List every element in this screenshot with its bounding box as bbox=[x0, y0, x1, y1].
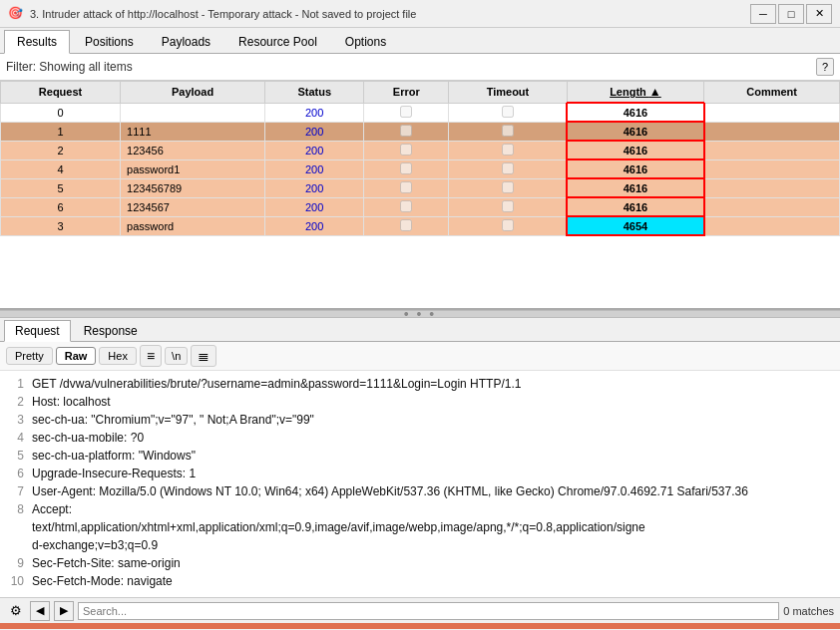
wrap-icon-button[interactable]: ≣ bbox=[191, 345, 216, 367]
line-text: sec-ch-ua-platform: "Windows" bbox=[32, 447, 196, 465]
cell-request: 5 bbox=[1, 178, 121, 197]
request-line: text/html,application/xhtml+xml,applicat… bbox=[8, 518, 832, 536]
table-row[interactable]: 111112004616 bbox=[1, 122, 840, 141]
results-table: Request Payload Status Error Timeout Len… bbox=[0, 81, 840, 236]
request-line: 7User-Agent: Mozilla/5.0 (Windows NT 10.… bbox=[8, 482, 832, 500]
tab-resource-pool[interactable]: Resource Pool bbox=[225, 30, 330, 53]
cell-status: 200 bbox=[265, 103, 364, 122]
col-comment[interactable]: Comment bbox=[704, 82, 840, 104]
back-button[interactable]: ◀ bbox=[30, 601, 50, 621]
request-line: 6Upgrade-Insecure-Requests: 1 bbox=[8, 465, 832, 482]
line-number bbox=[8, 518, 24, 536]
table-row[interactable]: 3password2004654 bbox=[1, 216, 840, 235]
cell-error bbox=[364, 178, 449, 197]
request-line: d-exchange;v=b3;q=0.9 bbox=[8, 536, 832, 554]
cell-timeout bbox=[449, 216, 567, 235]
table-row[interactable]: 51234567892004616 bbox=[1, 178, 840, 197]
error-checkbox bbox=[400, 106, 412, 118]
col-request[interactable]: Request bbox=[1, 82, 121, 104]
cell-comment bbox=[704, 197, 840, 216]
col-payload[interactable]: Payload bbox=[121, 82, 265, 104]
error-checkbox bbox=[400, 162, 412, 174]
progress-fill bbox=[0, 623, 840, 629]
cell-comment bbox=[704, 122, 840, 141]
cell-status: 200 bbox=[265, 197, 364, 216]
cell-status: 200 bbox=[265, 159, 364, 178]
line-number: 10 bbox=[8, 572, 24, 590]
app-icon: 🎯 bbox=[8, 6, 24, 22]
line-number: 4 bbox=[8, 429, 24, 447]
tab-positions[interactable]: Positions bbox=[72, 30, 147, 53]
search-input[interactable] bbox=[78, 602, 779, 620]
filter-help-button[interactable]: ? bbox=[816, 58, 834, 76]
tab-response[interactable]: Response bbox=[73, 320, 149, 341]
timeout-checkbox bbox=[502, 200, 514, 212]
error-checkbox bbox=[400, 144, 412, 156]
table-row[interactable]: 02004616 bbox=[1, 103, 840, 122]
format-icon-button[interactable]: ≡ bbox=[140, 345, 162, 367]
table-header-row: Request Payload Status Error Timeout Len… bbox=[1, 82, 840, 104]
pretty-button[interactable]: Pretty bbox=[6, 347, 53, 365]
minimize-button[interactable]: ─ bbox=[750, 4, 776, 24]
col-status[interactable]: Status bbox=[265, 82, 364, 104]
timeout-checkbox bbox=[502, 144, 514, 156]
newline-icon-button[interactable]: \n bbox=[165, 347, 188, 365]
cell-timeout bbox=[449, 122, 567, 141]
cell-error bbox=[364, 159, 449, 178]
line-text: sec-ch-ua: "Chromium";v="97", " Not;A Br… bbox=[32, 411, 314, 429]
col-error[interactable]: Error bbox=[364, 82, 449, 104]
line-number: 6 bbox=[8, 465, 24, 482]
cell-error bbox=[364, 197, 449, 216]
request-line: 8Accept: bbox=[8, 500, 832, 518]
pane-divider[interactable]: • • • bbox=[0, 310, 840, 318]
cell-timeout bbox=[449, 141, 567, 159]
raw-button[interactable]: Raw bbox=[56, 347, 97, 365]
line-text: Upgrade-Insecure-Requests: 1 bbox=[32, 465, 196, 482]
tab-options[interactable]: Options bbox=[332, 30, 399, 53]
request-line: 4sec-ch-ua-mobile: ?0 bbox=[8, 429, 832, 447]
cell-comment bbox=[704, 216, 840, 235]
line-text: Sec-Fetch-Site: same-origin bbox=[32, 554, 181, 572]
cell-status: 200 bbox=[265, 122, 364, 141]
line-text: Host: localhost bbox=[32, 393, 111, 411]
tab-request[interactable]: Request bbox=[4, 320, 71, 342]
tab-payloads[interactable]: Payloads bbox=[149, 30, 223, 53]
line-text: GET /dvwa/vulnerabilities/brute/?usernam… bbox=[32, 375, 521, 393]
error-checkbox bbox=[400, 200, 412, 212]
cell-comment bbox=[704, 178, 840, 197]
cell-request: 0 bbox=[1, 103, 121, 122]
error-checkbox bbox=[400, 181, 412, 193]
settings-icon-button[interactable]: ⚙ bbox=[6, 601, 26, 621]
cell-length: 4616 bbox=[567, 103, 704, 122]
cell-length: 4616 bbox=[567, 159, 704, 178]
cell-comment bbox=[704, 103, 840, 122]
cell-request: 2 bbox=[1, 141, 121, 159]
filter-text: Filter: Showing all items bbox=[6, 60, 816, 74]
results-table-container: Request Payload Status Error Timeout Len… bbox=[0, 81, 840, 310]
close-button[interactable]: ✕ bbox=[806, 4, 832, 24]
cell-request: 1 bbox=[1, 122, 121, 141]
cell-error bbox=[364, 141, 449, 159]
cell-timeout bbox=[449, 178, 567, 197]
table-row[interactable]: 4password12004616 bbox=[1, 159, 840, 178]
hex-button[interactable]: Hex bbox=[99, 347, 137, 365]
request-content: 1GET /dvwa/vulnerabilities/brute/?userna… bbox=[0, 371, 840, 597]
maximize-button[interactable]: □ bbox=[778, 4, 804, 24]
tab-results[interactable]: Results bbox=[4, 30, 70, 54]
cell-error bbox=[364, 103, 449, 122]
forward-button[interactable]: ▶ bbox=[54, 601, 74, 621]
cell-status: 200 bbox=[265, 141, 364, 159]
status-bar: ⚙ ◀ ▶ 0 matches bbox=[0, 597, 840, 623]
window-controls: ─ □ ✕ bbox=[750, 4, 832, 24]
cell-payload: 1234567 bbox=[121, 197, 265, 216]
cell-payload: password bbox=[121, 216, 265, 235]
table-row[interactable]: 612345672004616 bbox=[1, 197, 840, 216]
request-line: 5sec-ch-ua-platform: "Windows" bbox=[8, 447, 832, 465]
line-number: 5 bbox=[8, 447, 24, 465]
table-body: 02004616111112004616212345620046164passw… bbox=[1, 103, 840, 235]
table-row[interactable]: 21234562004616 bbox=[1, 141, 840, 159]
col-length[interactable]: Length ▲ bbox=[567, 82, 704, 104]
sort-arrow-icon: ▲ bbox=[649, 85, 661, 99]
col-timeout[interactable]: Timeout bbox=[449, 82, 567, 104]
cell-timeout bbox=[449, 197, 567, 216]
